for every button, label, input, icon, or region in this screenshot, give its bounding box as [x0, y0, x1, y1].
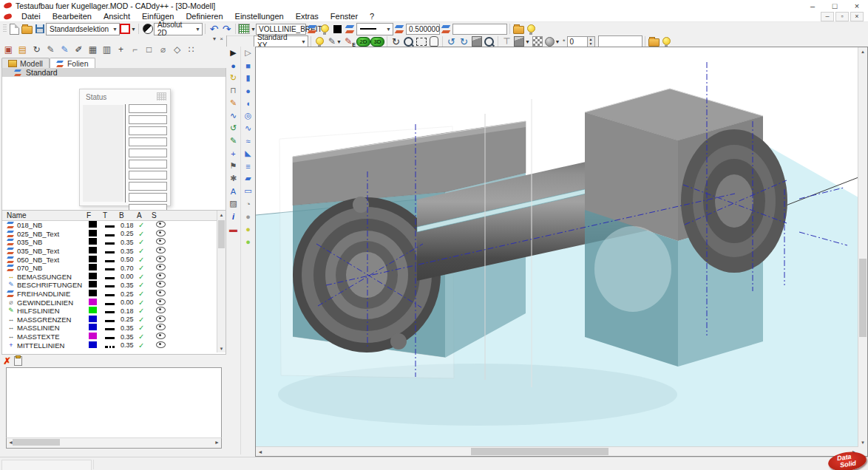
- layer-width-cell[interactable]: 0.70: [119, 265, 138, 272]
- zoom-page-button[interactable]: [483, 35, 495, 47]
- layer-width-cell[interactable]: 0.18: [119, 222, 138, 229]
- message-area[interactable]: [6, 367, 222, 438]
- rotate-tool-icon[interactable]: ↺: [226, 122, 240, 134]
- child-restore-button[interactable]: ▫: [835, 12, 849, 21]
- dot-list-icon[interactable]: ∷: [184, 44, 198, 55]
- viewport-hscrollbar[interactable]: ◄ ►: [256, 446, 858, 456]
- scroll-up-icon[interactable]: ▲: [858, 47, 867, 56]
- new-layer-icon[interactable]: ▣: [1, 44, 16, 55]
- layer-color-cell[interactable]: [87, 333, 103, 341]
- table-row[interactable]: 035_NB_Text0.35✓: [2, 247, 226, 256]
- layer-linetype-cell[interactable]: [103, 264, 119, 272]
- panel-pin-icon[interactable]: ▾: [213, 36, 216, 42]
- table-scrollbar[interactable]: ▲ ▼: [217, 211, 226, 352]
- orbit-sphere-icon[interactable]: ↻: [226, 72, 240, 84]
- layer-linetype-cell[interactable]: [103, 247, 119, 255]
- layer-active-cell[interactable]: ✓: [138, 307, 153, 315]
- layer-color-cell[interactable]: [87, 247, 103, 255]
- grid-settings-button[interactable]: ▼: [238, 23, 256, 35]
- line-style-combo[interactable]: ▼: [356, 23, 393, 35]
- layer-active-cell[interactable]: ✓: [138, 264, 153, 272]
- layer-width-cell[interactable]: 0.00: [119, 299, 138, 306]
- col-f[interactable]: F: [87, 211, 103, 219]
- minimize-button[interactable]: –: [801, 0, 824, 11]
- toolbar-grip[interactable]: [3, 24, 7, 33]
- extra-combo[interactable]: [598, 35, 642, 48]
- layer-active-cell[interactable]: ✓: [138, 281, 153, 289]
- refresh-icon[interactable]: ↻: [30, 44, 44, 55]
- group2-folder-button[interactable]: [648, 35, 660, 47]
- col-a[interactable]: A: [137, 211, 152, 219]
- layer-width-cell[interactable]: 0.00: [119, 273, 138, 280]
- scroll-thumb[interactable]: [859, 259, 867, 337]
- scroll-left-icon[interactable]: ◄: [256, 447, 265, 456]
- pick-color-button[interactable]: [319, 23, 331, 35]
- layer-width-cell[interactable]: 0.25: [119, 290, 138, 298]
- spring-icon[interactable]: ∿: [226, 109, 240, 122]
- orbit-button[interactable]: ↻: [390, 35, 402, 47]
- paste-button[interactable]: [14, 356, 22, 366]
- layer-width-cell[interactable]: 0.35: [119, 282, 138, 289]
- group-folder-button[interactable]: [512, 23, 525, 35]
- layer-visible-cell[interactable]: [153, 290, 169, 298]
- col-b[interactable]: B: [119, 211, 137, 219]
- col-t[interactable]: T: [103, 211, 119, 219]
- layer-width-cell[interactable]: 0.25: [119, 316, 138, 323]
- layer-active-cell[interactable]: ✓: [138, 221, 153, 229]
- box-3d-icon[interactable]: ◇: [170, 44, 184, 55]
- table-row[interactable]: FREIHANDLINIE0.25✓: [2, 290, 226, 299]
- selection-mode-combo[interactable]: Standardselektion▼: [46, 23, 120, 35]
- layer-color-cell[interactable]: [87, 341, 103, 350]
- table-row[interactable]: ↔MASSLINIEN0.35✓: [2, 324, 226, 333]
- solid-coil-icon[interactable]: ∿: [241, 122, 255, 134]
- layer-width-cell[interactable]: 0.35: [119, 239, 138, 246]
- status-field[interactable]: [129, 149, 167, 157]
- status-field[interactable]: [129, 126, 167, 135]
- layer-color-cell[interactable]: [87, 299, 103, 307]
- layer-color-button[interactable]: [344, 23, 356, 35]
- layer-color-cell[interactable]: [87, 238, 103, 246]
- layer-linetype-cell[interactable]: [103, 290, 119, 298]
- layer-linetype-cell[interactable]: [103, 230, 119, 238]
- info-icon[interactable]: i: [226, 210, 240, 222]
- shell-icon[interactable]: ◔: [241, 197, 255, 210]
- coordinate-mode-combo[interactable]: Absolut 2D▼: [154, 23, 203, 35]
- menu-item-fenster[interactable]: Fenster: [325, 12, 364, 21]
- display-mode-button[interactable]: ▼: [513, 35, 531, 47]
- layer-active-cell[interactable]: ✓: [138, 316, 153, 324]
- layer-visible-cell[interactable]: [153, 307, 169, 315]
- layer-visible-cell[interactable]: [153, 247, 169, 255]
- contrast-button[interactable]: [141, 23, 154, 35]
- freehand-pen-icon[interactable]: ✐: [72, 44, 86, 55]
- layer-width-cell[interactable]: 0.35: [119, 248, 138, 255]
- eraser-icon[interactable]: ▬: [226, 222, 240, 235]
- dash-corner-icon[interactable]: ⌐: [128, 44, 142, 55]
- status-dialog-grid-icon[interactable]: [157, 92, 166, 101]
- dotted-cross-icon[interactable]: +: [226, 147, 240, 160]
- menu-item-[interactable]: ?: [364, 12, 380, 21]
- solid-prism-icon[interactable]: ▰: [241, 172, 255, 185]
- sketch-tool-button[interactable]: ✎▼: [326, 35, 344, 47]
- layer-color-cell[interactable]: [87, 290, 103, 298]
- select-outline-icon[interactable]: ▷: [241, 47, 255, 59]
- table-row[interactable]: ↔BEMASSUNGEN0.00✓: [2, 273, 226, 282]
- layer-visible-cell[interactable]: [153, 273, 169, 281]
- layer-width-button[interactable]: [440, 23, 452, 35]
- layer-linetype-cell[interactable]: [103, 324, 119, 332]
- panel-hscrollbar[interactable]: ◄ ►: [6, 437, 222, 449]
- layer-width-cell[interactable]: 0.35: [119, 341, 138, 349]
- edit-element-button[interactable]: ✎E: [344, 35, 356, 47]
- material-button[interactable]: ▼: [543, 35, 561, 47]
- menu-item-bearbeiten[interactable]: Bearbeiten: [47, 12, 98, 21]
- lines-icon[interactable]: ▥: [100, 44, 114, 55]
- status-field[interactable]: [129, 193, 167, 202]
- solid-sphere-icon[interactable]: ●: [226, 59, 240, 72]
- status-dialog[interactable]: Status: [79, 89, 171, 206]
- zoom-window-button[interactable]: [415, 35, 427, 47]
- layer-color-cell[interactable]: [87, 273, 103, 281]
- layer-width-cell[interactable]: 0.18: [119, 307, 138, 315]
- layer-visible-cell[interactable]: [153, 316, 169, 324]
- status-field[interactable]: [129, 115, 167, 124]
- rotate-right-button[interactable]: ↻: [458, 35, 470, 47]
- sphere-yellow-icon[interactable]: ●: [241, 222, 255, 235]
